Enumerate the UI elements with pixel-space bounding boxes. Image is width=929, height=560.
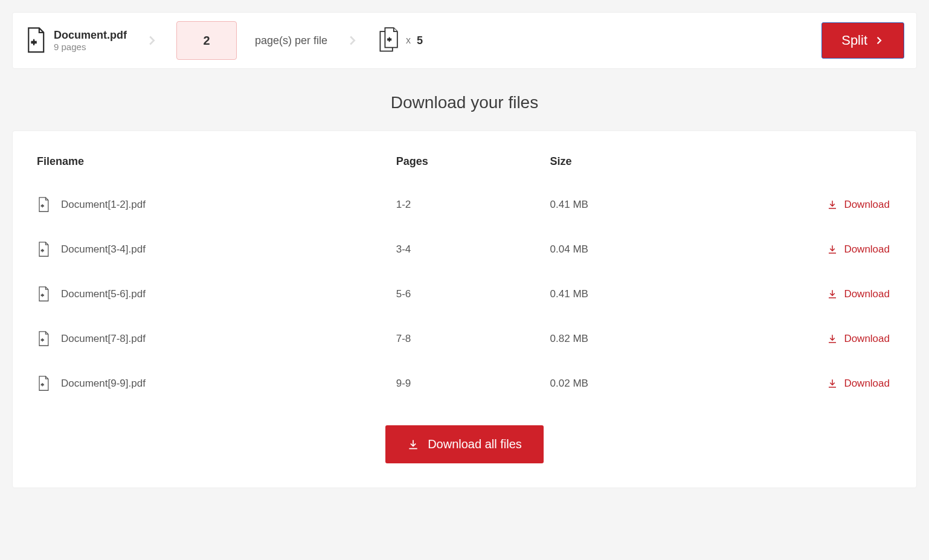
pdf-file-icon: [37, 286, 50, 302]
download-all-button[interactable]: Download all files: [385, 425, 544, 463]
download-link[interactable]: Download: [704, 288, 892, 300]
pdf-file-icon: [37, 331, 50, 347]
download-label: Download: [844, 199, 890, 211]
document-name: Document.pdf: [54, 29, 127, 42]
pdf-file-icon: [25, 27, 47, 54]
file-size: 0.82 MB: [550, 333, 704, 345]
table-row: Document[1-2].pdf 1-2 0.41 MB Download: [37, 182, 892, 227]
pdf-file-icon: [37, 242, 50, 257]
download-label: Download: [844, 288, 890, 300]
download-link[interactable]: Download: [704, 199, 892, 211]
file-name: Document[9-9].pdf: [61, 378, 146, 390]
chevron-right-icon: [873, 35, 884, 46]
result-count-value: 5: [417, 34, 423, 47]
download-link[interactable]: Download: [704, 243, 892, 256]
pdf-file-icon: [37, 197, 50, 213]
col-size: Size: [550, 155, 704, 168]
download-icon: [827, 378, 838, 389]
file-size: 0.41 MB: [550, 199, 704, 211]
file-size: 0.02 MB: [550, 378, 704, 390]
file-name: Document[1-2].pdf: [61, 199, 146, 211]
file-size: 0.04 MB: [550, 243, 704, 256]
pages-per-file-value: 2: [203, 34, 210, 48]
chevron-right-icon: [145, 34, 158, 47]
file-pages: 5-6: [396, 288, 550, 300]
file-pages: 1-2: [396, 199, 550, 211]
download-icon: [827, 289, 838, 300]
download-label: Download: [844, 243, 890, 256]
file-name: Document[7-8].pdf: [61, 333, 146, 345]
result-file-count: x 5: [377, 27, 423, 54]
file-name: Document[3-4].pdf: [61, 243, 146, 256]
download-icon: [827, 199, 838, 210]
col-pages: Pages: [396, 155, 550, 168]
download-icon: [827, 333, 838, 344]
multiplier-prefix: x: [406, 35, 411, 46]
pages-per-file-label: page(s) per file: [255, 34, 327, 47]
source-document: Document.pdf 9 pages: [25, 27, 127, 54]
process-summary-bar: Document.pdf 9 pages 2 page(s) per file …: [12, 12, 917, 69]
download-icon: [827, 244, 838, 255]
results-card: Filename Pages Size Document[1-2].pdf 1-…: [12, 130, 917, 488]
section-heading: Download your files: [12, 93, 917, 112]
split-button-label: Split: [841, 33, 867, 48]
pdf-file-icon: [37, 376, 50, 391]
results-table: Filename Pages Size Document[1-2].pdf 1-…: [37, 155, 892, 406]
chevron-right-icon: [346, 34, 359, 47]
table-row: Document[7-8].pdf 7-8 0.82 MB Download: [37, 317, 892, 361]
file-name: Document[5-6].pdf: [61, 288, 146, 300]
download-link[interactable]: Download: [704, 378, 892, 390]
download-link[interactable]: Download: [704, 333, 892, 345]
document-page-count: 9 pages: [54, 42, 127, 52]
file-pages: 3-4: [396, 243, 550, 256]
download-icon: [407, 439, 419, 451]
file-pages: 7-8: [396, 333, 550, 345]
table-row: Document[3-4].pdf 3-4 0.04 MB Download: [37, 227, 892, 272]
table-row: Document[5-6].pdf 5-6 0.41 MB Download: [37, 272, 892, 317]
download-label: Download: [844, 378, 890, 390]
download-all-label: Download all files: [428, 437, 522, 451]
col-filename: Filename: [37, 155, 396, 168]
split-button[interactable]: Split: [821, 22, 904, 59]
pages-per-file-input[interactable]: 2: [176, 21, 237, 60]
download-label: Download: [844, 333, 890, 345]
pdf-stack-icon: [377, 27, 400, 54]
file-pages: 9-9: [396, 378, 550, 390]
table-header: Filename Pages Size: [37, 155, 892, 182]
table-row: Document[9-9].pdf 9-9 0.02 MB Download: [37, 361, 892, 406]
file-size: 0.41 MB: [550, 288, 704, 300]
